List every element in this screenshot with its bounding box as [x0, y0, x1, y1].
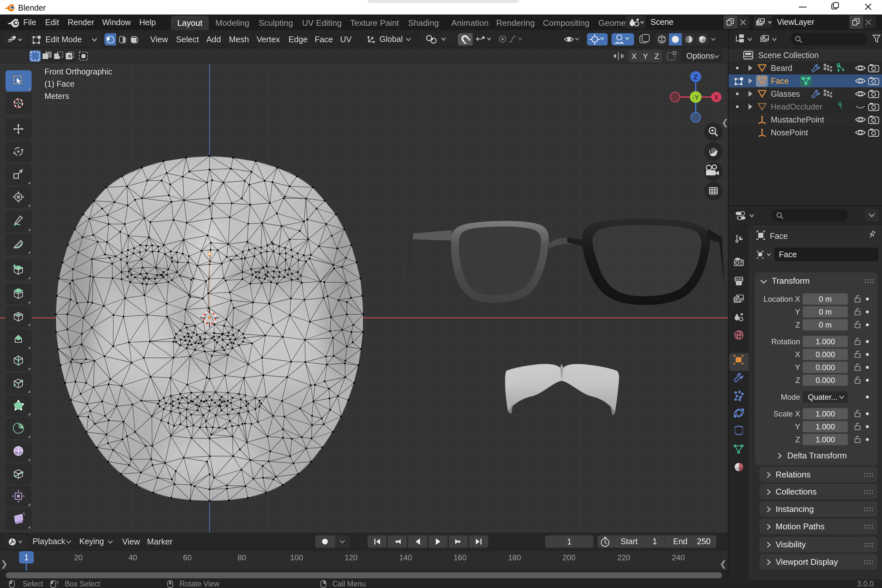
svg-text:X: X	[714, 94, 718, 101]
svg-text:Z: Z	[694, 73, 698, 81]
svg-text:-Y: -Y	[693, 94, 699, 101]
